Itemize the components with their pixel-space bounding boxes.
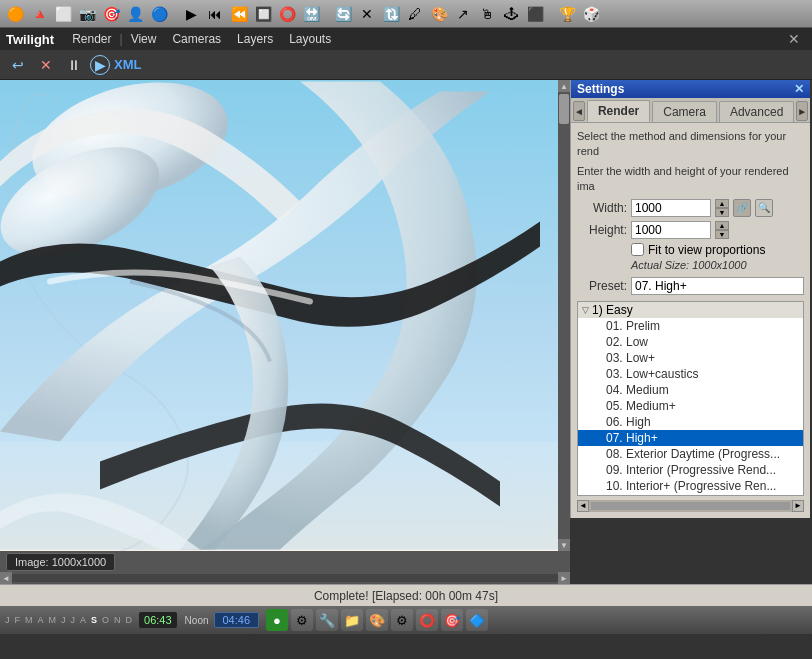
scroll-up-arrow[interactable]: ▲ [558,80,570,92]
taskbar-btn-7[interactable]: ⭕ [416,609,438,631]
tree-item-prelim[interactable]: 01. Prelim [578,318,803,334]
toolbar-icon-switch[interactable]: 🔛 [300,3,322,25]
toolbar-icon-7[interactable]: 🔵 [148,3,170,25]
viewport[interactable] [0,80,558,551]
taskbar-btn-9[interactable]: 🔷 [466,609,488,631]
width-spin-down[interactable]: ▼ [715,208,729,217]
top-toolbar: 🟠 🔺 ⬜ 📷 🎯 👤 🔵 ▶ ⏮ ⏪ 🔲 ⭕ 🔛 🔄 ✕ 🔃 🖊 🎨 ↗ 🖱 … [0,0,812,28]
toolbar-icon-color[interactable]: 🎨 [428,3,450,25]
taskbar-btn-6[interactable]: ⚙ [391,609,413,631]
tree-item-interiorplus[interactable]: 10. Interior+ (Progressive Ren... [578,478,803,494]
toolbar-icon-game[interactable]: 🕹 [500,3,522,25]
toolbar-icon-grid[interactable]: 🔲 [252,3,274,25]
main-area: ▲ ▼ Image: 1000x1000 ◄ ► Settings ✕ [0,80,812,584]
menu-bar: Twilight Render | View Cameras Layers La… [0,28,812,50]
month-s: S [91,615,97,625]
month-m1: M [25,615,33,625]
tree-item-mediumplus[interactable]: 05. Medium+ [578,398,803,414]
hscroll-track[interactable] [12,574,558,582]
tree-expand-icon: ▽ [582,305,589,315]
taskbar-icons: ● ⚙ 🔧 📁 🎨 ⚙ ⭕ 🎯 🔷 [266,609,488,631]
toolbar-icon-x[interactable]: ✕ [356,3,378,25]
toolbar-icon-dice[interactable]: 🎲 [580,3,602,25]
tree-item-interiorpreview[interactable]: 11. Interior Preview (Progres... [578,494,803,496]
right-pane: Settings ✕ ◄ Render Camera Advanced ► Se… [570,80,812,584]
toolbar-icon-play[interactable]: ▶ [180,3,202,25]
tree-item-interior[interactable]: 09. Interior (Progressive Rend... [578,462,803,478]
tb2-close-icon[interactable]: ✕ [34,53,58,77]
time-bar[interactable]: 04:46 [214,612,260,628]
tb2-pause-icon[interactable]: ⏸ [62,53,86,77]
tab-camera[interactable]: Camera [652,101,717,122]
width-spin-up[interactable]: ▲ [715,199,729,208]
window-close-button[interactable]: ✕ [782,31,806,47]
menu-view[interactable]: View [123,30,165,48]
tree-item-low[interactable]: 02. Low [578,334,803,350]
toolbar-icon-5[interactable]: 🎯 [100,3,122,25]
aspect-icon[interactable]: 🔍 [755,199,773,217]
height-label: Height: [577,223,627,237]
menu-layouts[interactable]: Layouts [281,30,339,48]
height-spin-down[interactable]: ▼ [715,230,729,239]
preset-input[interactable] [631,277,804,295]
tb2-refresh-icon[interactable]: ↩ [6,53,30,77]
toolbar-icon-2[interactable]: 🔺 [28,3,50,25]
settings-hscroll[interactable]: ◄ ► [577,500,804,512]
tree-item-exterior[interactable]: 08. Exterior Daytime (Progress... [578,446,803,462]
height-input[interactable] [631,221,711,239]
height-spin-up[interactable]: ▲ [715,221,729,230]
toolbar-icon-cursor[interactable]: 🖱 [476,3,498,25]
tb2-play-icon[interactable]: ▶ [90,55,110,75]
toolbar-icon-refresh2[interactable]: 🔃 [380,3,402,25]
tree-item-lowplus[interactable]: 03. Low+ [578,350,803,366]
second-toolbar: ↩ ✕ ⏸ ▶ XML [0,50,812,80]
preset-tree[interactable]: ▽ 1) Easy 01. Prelim 02. Low 03. Low+ 03… [577,301,804,496]
toolbar-icon-trophy[interactable]: 🏆 [556,3,578,25]
settings-desc1: Select the method and dimensions for you… [577,129,804,160]
toolbar-icon-1[interactable]: 🟠 [4,3,26,25]
toolbar-icon-arrow[interactable]: ↗ [452,3,474,25]
settings-close-button[interactable]: ✕ [794,82,804,96]
toolbar-icon-3[interactable]: ⬜ [52,3,74,25]
taskbar-btn-4[interactable]: 📁 [341,609,363,631]
toolbar-icon-circle[interactable]: ⭕ [276,3,298,25]
tab-prev-arrow[interactable]: ◄ [573,101,585,121]
taskbar-btn-2[interactable]: ⚙ [291,609,313,631]
hscroll-right-arrow[interactable]: ► [558,572,570,584]
taskbar-btn-1[interactable]: ● [266,609,288,631]
viewport-hscroll[interactable]: ◄ ► [0,572,570,584]
height-spinners: ▲ ▼ [715,221,729,239]
toolbar-icon-6[interactable]: 👤 [124,3,146,25]
tree-item-medium[interactable]: 04. Medium [578,382,803,398]
settings-hscroll-right[interactable]: ► [792,500,804,512]
menu-cameras[interactable]: Cameras [164,30,229,48]
width-input[interactable] [631,199,711,217]
tree-item-highplus[interactable]: 07. High+ [578,430,803,446]
toolbar-icon-4[interactable]: 📷 [76,3,98,25]
toolbar-icon-refresh1[interactable]: 🔄 [332,3,354,25]
tree-item-high[interactable]: 06. High [578,414,803,430]
tab-next-arrow[interactable]: ► [796,101,808,121]
scroll-thumb[interactable] [559,94,569,124]
settings-hscroll-track[interactable] [591,502,790,510]
taskbar-btn-3[interactable]: 🔧 [316,609,338,631]
toolbar-icon-pen[interactable]: 🖊 [404,3,426,25]
taskbar-btn-5[interactable]: 🎨 [366,609,388,631]
xml-button[interactable]: XML [114,57,141,72]
toolbar-icon-rewind[interactable]: ⏮ [204,3,226,25]
tab-render[interactable]: Render [587,100,650,122]
toolbar-icon-back[interactable]: ⏪ [228,3,250,25]
settings-hscroll-left[interactable]: ◄ [577,500,589,512]
menu-render[interactable]: Render [64,30,119,48]
viewport-scrollbar[interactable]: ▲ ▼ [558,80,570,551]
scroll-down-arrow[interactable]: ▼ [558,539,570,551]
toolbar-icon-square[interactable]: ⬛ [524,3,546,25]
menu-layers[interactable]: Layers [229,30,281,48]
tab-advanced[interactable]: Advanced [719,101,794,122]
hscroll-left-arrow[interactable]: ◄ [0,572,12,584]
taskbar-btn-8[interactable]: 🎯 [441,609,463,631]
tree-item-lowcaustics[interactable]: 03. Low+caustics [578,366,803,382]
lock-icon[interactable]: 🔗 [733,199,751,217]
tree-group-easy[interactable]: ▽ 1) Easy [578,302,803,318]
fit-to-view-checkbox[interactable] [631,243,644,256]
